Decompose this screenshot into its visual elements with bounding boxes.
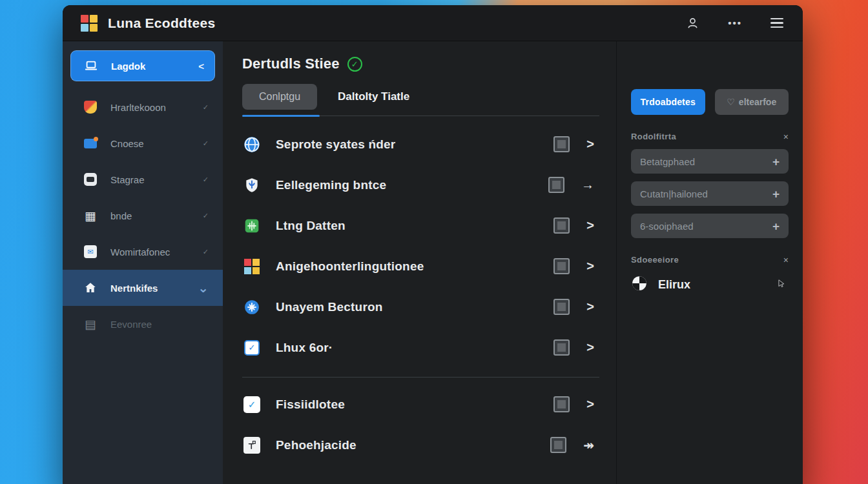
check-icon: ✓ xyxy=(203,176,209,184)
snowflake-circle-icon xyxy=(242,299,262,316)
chevron-down-icon: ⌄ xyxy=(198,285,209,291)
row-checkbox[interactable] xyxy=(553,217,570,234)
sidebar-item-browser[interactable]: Hrarltekooon ✓ xyxy=(63,89,223,125)
flag-pole-icon xyxy=(242,437,262,454)
check-icon: ✓ xyxy=(203,212,209,220)
chevron-right-icon: > xyxy=(586,299,594,314)
section-title: Rodolfitrta xyxy=(631,132,676,141)
sidebar-item-label: Womirtafonec xyxy=(110,247,170,257)
list-item-label: Pehoehjacide xyxy=(276,438,356,452)
add-icon[interactable]: + xyxy=(772,188,780,200)
list-item-label: Ltng Datten xyxy=(276,219,346,233)
filter-row[interactable]: Cutatn|hailoned + xyxy=(631,181,789,206)
filter-label: Betatgphaed xyxy=(640,156,695,167)
tab-config[interactable]: Conlptgu xyxy=(242,84,317,110)
list-item[interactable]: Ltng Datten > xyxy=(242,205,599,246)
list-item[interactable]: Pehoehjacide ↠ xyxy=(242,425,599,465)
sidebar-item-grid[interactable]: ▦ bnde ✓ xyxy=(63,197,223,234)
check-icon: ✓ xyxy=(203,248,209,256)
filter-row[interactable]: 6-sooiphaed + xyxy=(631,214,789,238)
chevron-right-icon: > xyxy=(586,218,594,233)
shield-security-icon xyxy=(242,177,262,194)
sidebar-item-folder[interactable]: Cnoese ✓ xyxy=(63,125,223,161)
row-checkbox[interactable] xyxy=(548,177,564,193)
sidebar-item-device[interactable]: Lagdok < xyxy=(70,50,215,81)
heart-icon: ♡ xyxy=(727,97,735,107)
list-item-label: Eellegeming bntce xyxy=(276,178,386,192)
menu-icon[interactable] xyxy=(770,18,783,28)
laptop-icon xyxy=(83,59,99,73)
sidebar-item-label: Lagdok xyxy=(111,61,145,72)
double-arrow-right-icon: ↠ xyxy=(583,438,594,453)
sidebar-item-keyboard[interactable]: ▤ Eevonree xyxy=(63,306,223,342)
checkbox-checked-icon: ✓ xyxy=(242,396,262,413)
active-tab-indicator xyxy=(242,115,320,117)
list-item-label: Unayem Becturon xyxy=(276,300,383,314)
mouse-cursor-icon xyxy=(777,279,789,290)
tab-detail[interactable]: Daltolty Tiatle xyxy=(338,90,409,103)
row-checkbox[interactable] xyxy=(550,437,566,453)
close-icon[interactable]: × xyxy=(783,256,789,265)
home-icon xyxy=(82,281,99,295)
row-checkbox[interactable] xyxy=(553,299,570,315)
add-icon[interactable]: + xyxy=(772,220,780,232)
right-panel: Trdoabdetes ♡ eltearfoe Rodolfitrta × Be… xyxy=(616,41,803,484)
section-title: Sdoeeeiore xyxy=(631,255,679,265)
camera-icon xyxy=(82,173,99,186)
source-item-label: Elirux xyxy=(658,278,690,292)
sidebar-item-mail[interactable]: ✉ Womirtafonec ✓ xyxy=(63,234,223,270)
chevron-right-icon: > xyxy=(586,340,594,355)
arrow-right-icon: → xyxy=(581,177,594,192)
row-checkbox[interactable] xyxy=(553,258,570,274)
favorites-button[interactable]: ♡ eltearfoe xyxy=(715,89,789,115)
check-icon: ✓ xyxy=(203,139,209,148)
filter-row[interactable]: Betatgphaed + xyxy=(631,149,789,174)
check-icon: ✓ xyxy=(203,103,209,112)
windows-logo-icon xyxy=(242,259,262,274)
list-item[interactable]: Anigehoonterlingutionee > xyxy=(242,246,599,287)
favorites-button-label: eltearfoe xyxy=(739,97,776,107)
list-item-label: Fissiidlotee xyxy=(276,398,345,412)
list-item-label: Lhux 6or· xyxy=(276,341,333,355)
list-item[interactable]: ✓ Lhux 6or· > xyxy=(242,327,599,368)
app-title: Luna Ecoddtees xyxy=(108,15,215,31)
chevron-right-icon: > xyxy=(586,137,594,152)
close-icon[interactable]: × xyxy=(783,132,789,141)
main-content: Dertudls Stiee ✓ Conlptgu Daltolty Tiatl… xyxy=(223,41,616,484)
list-item[interactable]: ✓ Fissiidlotee > xyxy=(242,384,599,425)
folder-icon xyxy=(82,139,99,148)
troubleshoot-button[interactable]: Trdoabdetes xyxy=(631,89,705,115)
row-checkbox[interactable] xyxy=(553,136,570,152)
more-options-icon[interactable]: ••• xyxy=(728,17,742,28)
add-icon[interactable]: + xyxy=(772,156,780,168)
row-checkbox[interactable] xyxy=(553,339,570,356)
page-title: Dertudls Stiee xyxy=(242,55,340,72)
sidebar-item-home-selected[interactable]: Nertnkifes ⌄ xyxy=(63,270,223,306)
divider xyxy=(242,377,599,378)
settings-list: Seprote syates ńder > Eellegeming bntce … xyxy=(242,124,599,465)
app-window: Luna Ecoddtees ••• Lagdok < Hrarltekooon… xyxy=(63,5,803,484)
sidebar-item-label: Nertnkifes xyxy=(110,283,158,294)
chevron-right-icon: > xyxy=(586,397,594,412)
shield-colored-icon xyxy=(82,101,99,114)
list-item-label: Anigehoonterlingutionee xyxy=(276,259,424,274)
account-icon[interactable] xyxy=(686,16,699,30)
row-checkbox[interactable] xyxy=(553,396,570,412)
list-item[interactable]: Eellegeming bntce → xyxy=(242,165,599,205)
sidebar: Lagdok < Hrarltekooon ✓ Cnoese ✓ Stagrae… xyxy=(63,41,223,484)
sidebar-item-storage[interactable]: Stagrae ✓ xyxy=(63,161,223,197)
chevron-right-icon: > xyxy=(586,259,594,274)
sidebar-item-label: Cnoese xyxy=(110,138,144,149)
source-item[interactable]: Elirux xyxy=(631,275,789,294)
sidebar-item-label: bnde xyxy=(110,210,132,221)
chevron-left-icon: < xyxy=(198,61,204,72)
list-item[interactable]: Seprote syates ńder > xyxy=(242,124,599,165)
tab-bar: Conlptgu Daltolty Tiatle xyxy=(242,84,599,116)
list-item[interactable]: Unayem Becturon > xyxy=(242,287,599,327)
green-table-icon xyxy=(242,217,262,234)
titlebar: Luna Ecoddtees ••• xyxy=(63,5,803,41)
sidebar-item-label: Stagrae xyxy=(110,174,145,185)
qr-grid-icon: ▦ xyxy=(82,210,99,222)
pie-circle-icon xyxy=(631,275,648,294)
mail-icon: ✉ xyxy=(82,245,99,258)
